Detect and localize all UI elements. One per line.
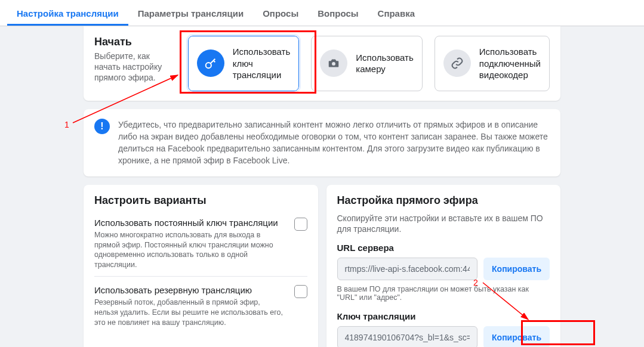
- info-text: Убедитесь, что предварительно записанный…: [118, 119, 550, 167]
- copy-key-button[interactable]: Копировать: [483, 326, 550, 347]
- server-url-input[interactable]: [337, 258, 478, 280]
- start-title: Начать: [94, 36, 176, 48]
- tab-setup[interactable]: Настройка трансляции: [7, 0, 128, 26]
- svg-point-0: [205, 63, 211, 68]
- annotation-label-2: 2: [473, 278, 478, 287]
- camera-icon: [320, 49, 347, 77]
- stream-key-input[interactable]: [337, 326, 478, 347]
- server-hint: В вашем ПО для трансляции он может быть …: [337, 285, 550, 302]
- svg-point-3: [332, 62, 335, 66]
- key-icon: [197, 49, 224, 77]
- option-label: Использовать подключенный видеокодер: [479, 46, 541, 81]
- variants-title: Настроить варианты: [94, 194, 307, 207]
- variant-label: Использовать резервную трансляцию: [94, 285, 286, 295]
- annotation-label-1: 1: [64, 120, 69, 129]
- checkbox-persistent-key[interactable]: [294, 218, 307, 231]
- start-card: Начать Выберите, как начать настройку пр…: [84, 26, 560, 101]
- variant-desc: Резервный поток, добавленный в прямой эф…: [94, 298, 286, 328]
- checkbox-backup-stream[interactable]: [294, 285, 307, 298]
- link-icon: [443, 49, 471, 77]
- option-camera[interactable]: Использовать камеру: [311, 36, 423, 91]
- live-settings-card: Настройка прямого эфира Скопируйте эти н…: [326, 185, 561, 347]
- start-subtitle: Выберите, как начать настройку прямого э…: [94, 51, 176, 83]
- option-encoder[interactable]: Использовать подключенный видеокодер: [435, 36, 550, 91]
- option-label: Использовать ключ трансляции: [233, 46, 291, 81]
- option-stream-key[interactable]: Использовать ключ трансляции: [188, 36, 300, 91]
- live-title: Настройка прямого эфира: [337, 194, 550, 207]
- tabs-bar: Настройка трансляции Параметры трансляци…: [0, 0, 644, 26]
- live-subtitle: Скопируйте эти настройки и вставьте их в…: [337, 213, 550, 234]
- tab-params[interactable]: Параметры трансляции: [128, 0, 254, 26]
- option-label: Использовать камеру: [356, 52, 414, 75]
- server-url-label: URL сервера: [337, 243, 550, 253]
- variants-card: Настроить варианты Использовать постоянн…: [84, 185, 318, 347]
- tab-questions[interactable]: Вопросы: [308, 0, 368, 26]
- info-icon: !: [94, 119, 110, 134]
- variant-desc: Можно многократно использовать для выход…: [94, 230, 286, 271]
- copy-server-button[interactable]: Копировать: [483, 258, 550, 280]
- variant-label: Использовать постоянный ключ трансляции: [94, 218, 286, 228]
- tab-help[interactable]: Справка: [368, 0, 424, 26]
- info-banner: ! Убедитесь, что предварительно записанн…: [84, 109, 560, 176]
- tab-polls[interactable]: Опросы: [253, 0, 308, 26]
- stream-key-label: Ключ трансляции: [337, 311, 550, 321]
- svg-line-2: [213, 61, 215, 63]
